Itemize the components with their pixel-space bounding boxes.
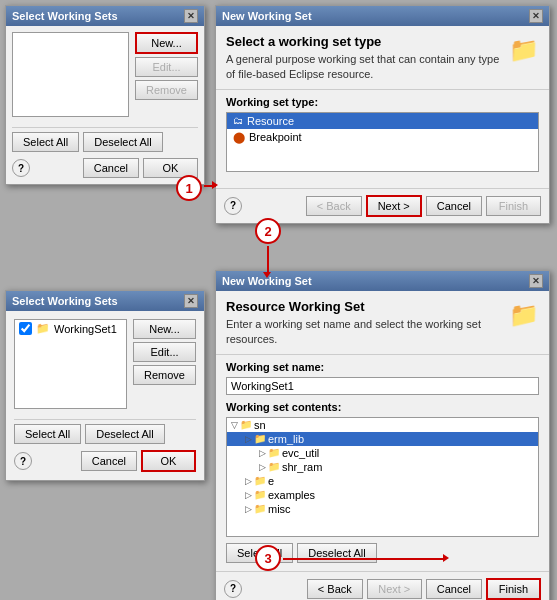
ws-type-section: Working set type: 🗂 Resource ⬤ Breakpoin… bbox=[216, 96, 549, 188]
name-label: Working set name: bbox=[226, 361, 539, 373]
ws-top-listbox[interactable] bbox=[12, 32, 129, 117]
shr-ram-label: shr_ram bbox=[282, 461, 322, 473]
evc-util-label: evc_util bbox=[282, 447, 319, 459]
step-1-circle: 1 bbox=[176, 175, 202, 201]
panel-section-title: Select a working set type bbox=[226, 34, 501, 49]
help-btn-resource[interactable]: ? bbox=[224, 580, 242, 598]
title-bottom: Select Working Sets bbox=[12, 295, 184, 307]
title-top: Select Working Sets bbox=[12, 10, 184, 22]
remove-button-top[interactable]: Remove bbox=[135, 80, 198, 100]
expand-examples: ▷ bbox=[245, 490, 252, 500]
folder-evc-icon: 📁 bbox=[268, 447, 280, 458]
ws-type-resource[interactable]: 🗂 Resource bbox=[227, 113, 538, 129]
new-button-bottom[interactable]: New... bbox=[133, 319, 196, 339]
examples-label: examples bbox=[268, 489, 315, 501]
close-resource[interactable]: ✕ bbox=[529, 274, 543, 288]
misc-label: misc bbox=[268, 503, 291, 515]
titlebar-new-ws: New Working Set ✕ bbox=[216, 6, 549, 26]
deselect-all-bottom[interactable]: Deselect All bbox=[85, 424, 164, 444]
finish-button-resource[interactable]: Finish bbox=[486, 578, 541, 600]
cancel-button-resource[interactable]: Cancel bbox=[426, 579, 482, 599]
folder-erm-icon: 📁 bbox=[254, 433, 266, 444]
deselect-all-top[interactable]: Deselect All bbox=[83, 132, 162, 152]
tree-evc-util[interactable]: ▷ 📁 evc_util bbox=[227, 446, 538, 460]
edit-button-top[interactable]: Edit... bbox=[135, 57, 198, 77]
select-all-top[interactable]: Select All bbox=[12, 132, 79, 152]
ok-button-bottom[interactable]: OK bbox=[141, 450, 196, 472]
resource-section-title: Resource Working Set bbox=[226, 299, 501, 314]
cancel-button-new-ws[interactable]: Cancel bbox=[426, 196, 482, 216]
expand-misc: ▷ bbox=[245, 504, 252, 514]
close-new-ws[interactable]: ✕ bbox=[529, 9, 543, 23]
help-button-bottom[interactable]: ? bbox=[14, 452, 32, 470]
edit-button-bottom[interactable]: Edit... bbox=[133, 342, 196, 362]
folder-e-icon: 📁 bbox=[254, 475, 266, 486]
tree-misc[interactable]: ▷ 📁 misc bbox=[227, 502, 538, 516]
expand-evc: ▷ bbox=[259, 448, 266, 458]
folder-sn-icon: 📁 bbox=[240, 419, 252, 430]
next-button-top[interactable]: Next > bbox=[366, 195, 422, 217]
arrow-step2-vert bbox=[267, 246, 269, 274]
contents-label: Working set contents: bbox=[226, 401, 539, 413]
select-all-bottom[interactable]: Select All bbox=[14, 424, 81, 444]
tree-erm-lib[interactable]: ▷ 📁 erm_lib bbox=[227, 432, 538, 446]
sn-label: sn bbox=[254, 419, 266, 431]
ws-name-input[interactable] bbox=[226, 377, 539, 395]
new-working-set-panel: New Working Set ✕ Select a working set t… bbox=[215, 5, 550, 224]
working-set-1-checkbox[interactable] bbox=[19, 322, 32, 335]
tree-shr-ram[interactable]: ▷ 📁 shr_ram bbox=[227, 460, 538, 474]
folder-shr-icon: 📁 bbox=[268, 461, 280, 472]
close-top[interactable]: ✕ bbox=[184, 9, 198, 23]
help-btn-new-ws[interactable]: ? bbox=[224, 197, 242, 215]
back-button-top[interactable]: < Back bbox=[306, 196, 362, 216]
arrowhead-step2 bbox=[263, 272, 271, 278]
folder-examples-icon: 📁 bbox=[254, 489, 266, 500]
tree-e[interactable]: ▷ 📁 e bbox=[227, 474, 538, 488]
arrow-step3-horiz bbox=[283, 558, 445, 560]
tree-examples[interactable]: ▷ 📁 examples bbox=[227, 488, 538, 502]
panel-header-new-ws: Select a working set type A general purp… bbox=[216, 26, 549, 90]
ws-tree-list[interactable]: ▽ 📁 sn ▷ 📁 erm_lib ▷ 📁 evc_util ▷ 📁 shr_… bbox=[226, 417, 539, 537]
expand-e: ▷ bbox=[245, 476, 252, 486]
finish-button-new-ws[interactable]: Finish bbox=[486, 196, 541, 216]
erm-lib-label: erm_lib bbox=[268, 433, 304, 445]
ws-top-body: New... Edit... Remove Select All Deselec… bbox=[6, 26, 204, 184]
titlebar-bottom: Select Working Sets ✕ bbox=[6, 291, 204, 311]
ws-bottom-listbox[interactable]: 📁 WorkingSet1 bbox=[14, 319, 127, 409]
expand-shr: ▷ bbox=[259, 462, 266, 472]
new-button-top[interactable]: New... bbox=[135, 32, 198, 54]
tree-sn[interactable]: ▽ 📁 sn bbox=[227, 418, 538, 432]
title-new-ws: New Working Set bbox=[222, 10, 529, 22]
ws-type-label: Working set type: bbox=[226, 96, 539, 108]
next-button-resource[interactable]: Next > bbox=[367, 579, 422, 599]
resource-icon: 🗂 bbox=[233, 115, 243, 126]
step-3-circle: 3 bbox=[255, 545, 281, 571]
ws-type-list[interactable]: 🗂 Resource ⬤ Breakpoint bbox=[226, 112, 539, 172]
select-working-sets-bottom: Select Working Sets ✕ 📁 WorkingSet1 New.… bbox=[5, 290, 205, 481]
working-set-1-item[interactable]: 📁 WorkingSet1 bbox=[15, 320, 126, 337]
folder-icon-resource: 📁 bbox=[509, 301, 539, 329]
cancel-button-bottom[interactable]: Cancel bbox=[81, 451, 137, 471]
breakpoint-label: Breakpoint bbox=[249, 131, 302, 143]
folder-misc-icon: 📁 bbox=[254, 503, 266, 514]
e-label: e bbox=[268, 475, 274, 487]
ws-bottom-body: 📁 WorkingSet1 New... Edit... Remove Sele… bbox=[6, 311, 204, 480]
bottom-btns-top: ? Cancel OK bbox=[12, 158, 198, 178]
close-bottom[interactable]: ✕ bbox=[184, 294, 198, 308]
arrowhead-step1 bbox=[212, 181, 218, 189]
panel-header-resource: Resource Working Set Enter a working set… bbox=[216, 291, 549, 355]
titlebar-top: Select Working Sets ✕ bbox=[6, 6, 204, 26]
nav-buttons-resource: ? < Back Next > Cancel Finish bbox=[216, 571, 549, 600]
remove-button-bottom[interactable]: Remove bbox=[133, 365, 196, 385]
bottom-btns-bottom: ? Cancel OK bbox=[14, 450, 196, 472]
folder-icon-large: 📁 bbox=[509, 36, 539, 64]
cancel-button-top[interactable]: Cancel bbox=[83, 158, 139, 178]
help-button-top[interactable]: ? bbox=[12, 159, 30, 177]
expand-erm: ▷ bbox=[245, 434, 252, 444]
panel-desc: A general purpose working set that can c… bbox=[226, 52, 501, 83]
breakpoint-icon: ⬤ bbox=[233, 131, 245, 144]
resource-label: Resource bbox=[247, 115, 294, 127]
expand-sn: ▽ bbox=[231, 420, 238, 430]
ws-type-breakpoint[interactable]: ⬤ Breakpoint bbox=[227, 129, 538, 146]
back-button-resource[interactable]: < Back bbox=[307, 579, 363, 599]
